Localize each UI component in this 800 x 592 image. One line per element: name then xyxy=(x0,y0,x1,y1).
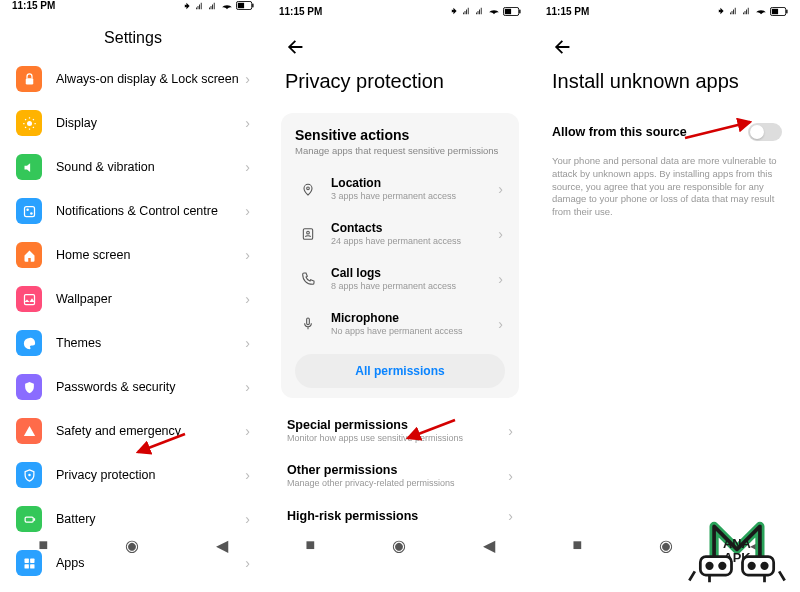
chevron-right-icon: › xyxy=(245,335,250,351)
sun-icon xyxy=(16,110,42,136)
card-title: Sensitive actions xyxy=(295,127,505,143)
item-safety[interactable]: Safety and emergency› xyxy=(0,409,266,453)
chevron-right-icon: › xyxy=(498,271,503,287)
svg-rect-3 xyxy=(25,78,33,84)
chevron-right-icon: › xyxy=(245,71,250,87)
svg-rect-11 xyxy=(33,518,34,521)
svg-rect-22 xyxy=(307,318,310,325)
svg-rect-10 xyxy=(25,517,33,522)
svg-rect-17 xyxy=(505,8,511,13)
speaker-icon xyxy=(16,154,42,180)
status-icons xyxy=(184,1,254,10)
item-notifications[interactable]: Notifications & Control centre› xyxy=(0,189,266,233)
home-icon xyxy=(16,242,42,268)
chevron-right-icon: › xyxy=(245,203,250,219)
svg-point-6 xyxy=(26,208,29,211)
svg-rect-8 xyxy=(24,294,34,304)
svg-point-7 xyxy=(30,212,33,215)
svg-rect-29 xyxy=(743,557,774,575)
nav-recent-icon[interactable]: ■ xyxy=(305,536,315,554)
nav-bar: ■ ◉ ◀ xyxy=(267,530,533,560)
item-passwords[interactable]: Passwords & security› xyxy=(0,365,266,409)
chevron-right-icon: › xyxy=(245,511,250,527)
status-bar: 11:15 PM xyxy=(267,0,533,22)
chevron-right-icon: › xyxy=(245,159,250,175)
card-subtitle: Manage apps that request sensitive permi… xyxy=(295,145,505,156)
status-bar: 11:15 PM xyxy=(534,0,800,22)
allow-toggle[interactable] xyxy=(748,123,782,141)
svg-rect-28 xyxy=(700,557,731,575)
warning-icon xyxy=(16,418,42,444)
nav-home-icon[interactable]: ◉ xyxy=(392,536,406,555)
svg-text:ANA: ANA xyxy=(723,536,751,551)
perm-location[interactable]: Location3 apps have permanent access › xyxy=(295,166,505,211)
perm-calllogs[interactable]: Call logs8 apps have permanent access › xyxy=(295,256,505,301)
svg-point-31 xyxy=(720,563,726,569)
sensitive-actions-card: Sensitive actions Manage apps that reque… xyxy=(281,113,519,398)
page-title: Privacy protection xyxy=(267,66,533,107)
nav-back-icon[interactable]: ◀ xyxy=(483,536,495,555)
item-privacy[interactable]: Privacy protection› xyxy=(0,453,266,497)
phone-icon xyxy=(297,271,319,287)
back-icon[interactable] xyxy=(285,36,307,58)
chevron-right-icon: › xyxy=(245,115,250,131)
nav-home-icon[interactable]: ◉ xyxy=(659,536,673,555)
svg-rect-24 xyxy=(772,8,778,13)
image-icon xyxy=(16,286,42,312)
nav-home-icon[interactable]: ◉ xyxy=(125,536,139,555)
page-title: Settings xyxy=(0,11,266,57)
chevron-right-icon: › xyxy=(245,379,250,395)
chevron-right-icon: › xyxy=(498,226,503,242)
svg-rect-1 xyxy=(238,3,244,8)
battery-icon xyxy=(16,506,42,532)
svg-point-30 xyxy=(707,563,713,569)
svg-point-33 xyxy=(762,563,768,569)
chevron-right-icon: › xyxy=(498,181,503,197)
row-special-permissions[interactable]: Special permissionsMonitor how apps use … xyxy=(267,408,533,453)
page-title: Install unknown apps xyxy=(534,66,800,107)
chevron-right-icon: › xyxy=(508,508,513,524)
status-time: 11:15 PM xyxy=(12,0,55,11)
row-high-risk-permissions[interactable]: High-risk permissions › xyxy=(267,498,533,534)
status-bar: 11:15 PM xyxy=(0,0,266,11)
item-wallpaper[interactable]: Wallpaper› xyxy=(0,277,266,321)
sliders-icon xyxy=(16,198,42,224)
item-sound[interactable]: Sound & vibration› xyxy=(0,145,266,189)
chevron-right-icon: › xyxy=(508,423,513,439)
status-time: 11:15 PM xyxy=(546,6,589,17)
nav-recent-icon[interactable]: ■ xyxy=(572,536,582,554)
settings-group-display: Always-on display & Lock screen› Display… xyxy=(0,57,266,365)
svg-rect-14 xyxy=(24,564,28,568)
perm-microphone[interactable]: MicrophoneNo apps have permanent access … xyxy=(295,301,505,346)
privacy-icon xyxy=(16,462,42,488)
item-themes[interactable]: Themes› xyxy=(0,321,266,365)
chevron-right-icon: › xyxy=(498,316,503,332)
chevron-right-icon: › xyxy=(245,423,250,439)
palette-icon xyxy=(16,330,42,356)
status-time: 11:15 PM xyxy=(279,6,322,17)
nav-recent-icon[interactable]: ■ xyxy=(38,536,48,554)
location-icon xyxy=(297,181,319,197)
row-other-permissions[interactable]: Other permissionsManage other privacy-re… xyxy=(267,453,533,498)
item-display[interactable]: Display› xyxy=(0,101,266,145)
chevron-right-icon: › xyxy=(508,468,513,484)
all-permissions-button[interactable]: All permissions xyxy=(295,354,505,388)
svg-rect-5 xyxy=(24,206,34,216)
svg-rect-18 xyxy=(519,9,520,13)
chevron-right-icon: › xyxy=(245,247,250,263)
chevron-right-icon: › xyxy=(245,291,250,307)
lock-icon xyxy=(16,66,42,92)
svg-point-21 xyxy=(307,231,310,234)
perm-contacts[interactable]: Contacts24 apps have permanent access › xyxy=(295,211,505,256)
chevron-right-icon: › xyxy=(245,467,250,483)
status-icons xyxy=(718,7,788,16)
item-aod[interactable]: Always-on display & Lock screen› xyxy=(0,57,266,101)
nav-back-icon[interactable]: ◀ xyxy=(216,536,228,555)
privacy-screen: 11:15 PM Privacy protection Sensitive ac… xyxy=(267,0,533,560)
back-icon[interactable] xyxy=(552,36,574,58)
nav-bar: ■ ◉ ◀ xyxy=(0,530,266,560)
svg-rect-25 xyxy=(786,9,787,13)
svg-rect-2 xyxy=(252,4,253,8)
item-home[interactable]: Home screen› xyxy=(0,233,266,277)
manaapk-logo: ANA APK xyxy=(682,476,792,586)
